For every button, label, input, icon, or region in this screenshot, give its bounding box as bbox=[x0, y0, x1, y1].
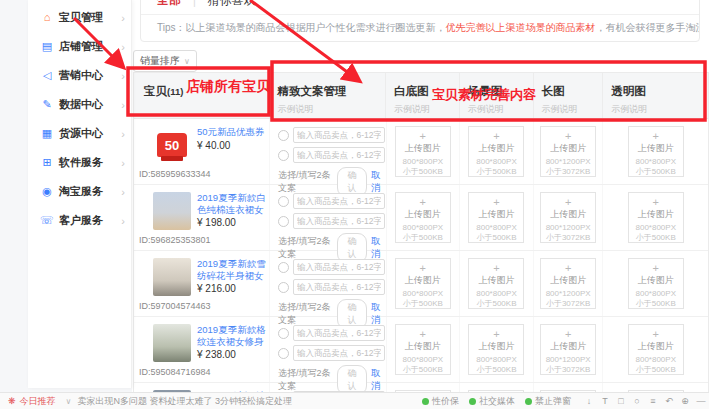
checkbox[interactable] bbox=[278, 282, 289, 293]
upload-image-button[interactable]: + 上传图片 800*800PX 小于500KB bbox=[628, 258, 684, 309]
tool-icon-6[interactable]: ⊕ bbox=[677, 396, 693, 406]
ad-text[interactable]: 卖家出现N多问题 资料处理太难了 3分钟轻松搞定处理 bbox=[77, 395, 292, 408]
upload-label: 上传图片 bbox=[396, 142, 450, 155]
tab-all[interactable]: 全部 bbox=[157, 0, 181, 9]
tips-text-2: ，有机会获得更多手淘流量，请按规范上传素材 bbox=[596, 22, 699, 33]
checkbox[interactable] bbox=[278, 130, 289, 141]
sidebar-item-6[interactable]: ◉淘宝服务› bbox=[28, 177, 131, 206]
checkbox[interactable] bbox=[278, 196, 289, 207]
upload-image-button[interactable]: + 上传图片 800*800PX 小于500KB bbox=[468, 126, 524, 177]
upload-size-spec: 800*800PX bbox=[469, 355, 523, 365]
tool-icon-5[interactable]: ↶ bbox=[661, 396, 677, 406]
product-title-link[interactable]: 50元新品优惠券 bbox=[197, 126, 267, 138]
sidebar-item-0[interactable]: ⌂宝贝管理› bbox=[28, 3, 131, 32]
product-title-link[interactable]: 2019夏季新款格纹连衣裙女修身显瘦小众网红 bbox=[197, 324, 267, 347]
upload-size-spec: 800*800PX bbox=[629, 223, 683, 233]
example-link[interactable]: 示例说明 bbox=[611, 103, 708, 116]
upload-image-button[interactable]: + 上传图片 800*1200PX 小于3072KB bbox=[540, 126, 596, 177]
sidebar-item-7[interactable]: ☏客户服务› bbox=[28, 206, 131, 235]
product-price: ¥ 216.00 bbox=[197, 283, 267, 294]
product-cell: 2019夏季新款雪纺碎花半身裙女中长款高腰显瘦白 ¥ 216.00 ID:597… bbox=[134, 251, 269, 316]
selling-point-input-1[interactable] bbox=[293, 127, 385, 143]
upload-image-button[interactable]: + 上传图片 800*800PX 小于500KB bbox=[628, 192, 684, 243]
upload-size-spec: 800*800PX bbox=[469, 223, 523, 233]
selling-point-input-1[interactable] bbox=[293, 325, 385, 341]
data-icon: ✎ bbox=[40, 99, 54, 110]
product-cell: 50 50元新品优惠券 ¥ 40.00 ID:585959633344 bbox=[134, 119, 269, 184]
tips-banner: Tips：以上渠道场景的商品会根据用户个性化需求进行圈选更新，优先完善以上渠道场… bbox=[141, 15, 699, 35]
example-link[interactable]: 示例说明 bbox=[278, 103, 386, 116]
bottombar-item-0[interactable]: 性价保 bbox=[422, 395, 459, 408]
tool-icon-3[interactable]: ○ bbox=[629, 396, 645, 406]
upload-limit-spec: 小于500KB bbox=[469, 365, 523, 375]
upload-size-spec: 800*1200PX bbox=[541, 157, 595, 167]
sidebar-item-3[interactable]: ✎数据中心› bbox=[28, 90, 131, 119]
sidebar-item-2[interactable]: ◁营销中心› bbox=[28, 61, 131, 90]
sidebar: ⌂宝贝管理›▤店铺管理›◁营销中心›✎数据中心›▦货源中心›⊞软件服务›◉淘宝服… bbox=[28, 0, 132, 388]
chevron-right-icon: › bbox=[121, 41, 125, 53]
product-title-link[interactable]: 2019夏季新款雪纺碎花半身裙女中长款高腰显瘦白 bbox=[197, 258, 267, 281]
taobao-icon: ◉ bbox=[40, 186, 54, 197]
upload-image-button[interactable]: + 上传图片 800*800PX 小于500KB bbox=[395, 126, 451, 177]
upload-image-button[interactable]: + 上传图片 800*800PX 小于500KB bbox=[395, 324, 451, 375]
example-link[interactable]: 示例说明 bbox=[468, 103, 533, 116]
plus-icon: + bbox=[629, 329, 683, 339]
checkbox[interactable] bbox=[278, 150, 289, 161]
tool-icon-4[interactable]: ≡ bbox=[645, 396, 661, 406]
upload-image-button[interactable]: + 上传图片 800*800PX 小于500KB bbox=[468, 258, 524, 309]
tool-icon-1[interactable]: T bbox=[597, 396, 613, 406]
checkbox[interactable] bbox=[278, 262, 289, 273]
checkbox[interactable] bbox=[278, 348, 289, 359]
sort-dropdown[interactable]: 销量排序 ∨ bbox=[133, 50, 197, 72]
plus-icon: + bbox=[469, 131, 523, 141]
tool-icon-0[interactable]: ↓ bbox=[581, 396, 597, 406]
plus-icon: + bbox=[469, 197, 523, 207]
selling-point-input-2[interactable] bbox=[293, 345, 385, 361]
upload-image-button[interactable]: + 上传图片 800*1200PX 小于3072KB bbox=[540, 258, 596, 309]
upload-label: 上传图片 bbox=[469, 274, 523, 287]
tab-guess-you-like[interactable]: 猜你喜欢 bbox=[208, 0, 256, 9]
example-link[interactable]: 示例说明 bbox=[542, 103, 603, 116]
example-link[interactable]: 示例说明 bbox=[394, 103, 459, 116]
product-image[interactable] bbox=[153, 258, 191, 296]
upload-cell-场景图: + 上传图片 800*800PX 小于500KB bbox=[459, 317, 533, 382]
upload-image-button[interactable]: + 上传图片 800*800PX 小于500KB bbox=[395, 192, 451, 243]
checkbox[interactable] bbox=[278, 216, 289, 227]
product-image[interactable] bbox=[153, 192, 191, 230]
upload-image-button[interactable]: + 上传图片 800*800PX 小于500KB bbox=[468, 324, 524, 375]
upload-image-button[interactable]: + 上传图片 800*800PX 小于500KB bbox=[468, 192, 524, 243]
upload-cell-场景图: + 上传图片 800*800PX 小于500KB bbox=[459, 119, 533, 184]
upload-image-button[interactable]: + 上传图片 800*1200PX 小于3072KB bbox=[540, 324, 596, 375]
chevron-down-icon: ∨ bbox=[66, 397, 72, 406]
sidebar-item-5[interactable]: ⊞软件服务› bbox=[28, 148, 131, 177]
upload-image-button[interactable]: + 上传图片 800*800PX 小于500KB bbox=[395, 258, 451, 309]
selling-point-input-2[interactable] bbox=[293, 147, 385, 163]
upload-limit-spec: 小于3072KB bbox=[541, 365, 595, 375]
product-title-link[interactable]: 2019夏季新款白色纯棉连衣裙女衬衫短袖T恤中长款 bbox=[197, 192, 267, 215]
upload-limit-spec: 小于3072KB bbox=[541, 299, 595, 309]
sidebar-item-1[interactable]: ▤店铺管理› bbox=[28, 32, 131, 61]
plus-icon: + bbox=[396, 329, 450, 339]
upload-image-button[interactable]: + 上传图片 800*800PX 小于500KB bbox=[628, 126, 684, 177]
chevron-right-icon: › bbox=[121, 12, 125, 24]
tool-icon-7[interactable]: — bbox=[693, 396, 709, 406]
bottombar-item-2[interactable]: 禁止弹窗 bbox=[525, 395, 571, 408]
upload-image-button[interactable]: + 上传图片 800*800PX 小于500KB bbox=[628, 324, 684, 375]
plus-icon: + bbox=[541, 131, 595, 141]
plus-icon: + bbox=[541, 263, 595, 273]
selling-point-input-2[interactable] bbox=[293, 213, 385, 229]
product-image[interactable] bbox=[153, 324, 191, 362]
selling-point-input-1[interactable] bbox=[293, 193, 385, 209]
checkbox[interactable] bbox=[278, 328, 289, 339]
promo-label[interactable]: 今日推荐 bbox=[20, 395, 56, 408]
selling-point-input-2[interactable] bbox=[293, 279, 385, 295]
tool-icon-2[interactable]: □ bbox=[613, 396, 629, 406]
upload-label: 上传图片 bbox=[541, 340, 595, 353]
chevron-right-icon: › bbox=[121, 70, 125, 82]
bottombar-item-1[interactable]: 社交媒体 bbox=[469, 395, 515, 408]
tips-text-highlight: 优先完善以上渠道场景的商品素材 bbox=[446, 22, 596, 33]
product-image-coupon[interactable]: 50 bbox=[153, 126, 191, 164]
selling-point-input-1[interactable] bbox=[293, 259, 385, 275]
upload-image-button[interactable]: + 上传图片 800*1200PX 小于3072KB bbox=[540, 192, 596, 243]
sidebar-item-4[interactable]: ▦货源中心› bbox=[28, 119, 131, 148]
